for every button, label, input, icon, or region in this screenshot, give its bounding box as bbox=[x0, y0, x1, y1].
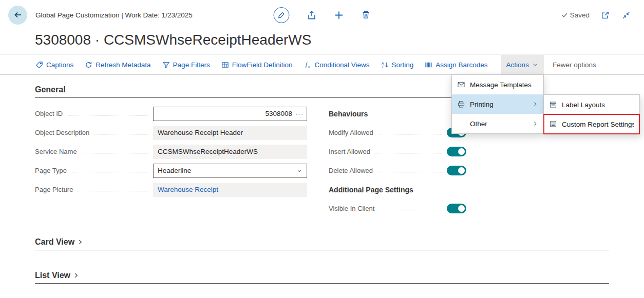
field-label: Object ID bbox=[35, 110, 63, 117]
dotted-leader bbox=[94, 134, 148, 134]
menu-item-custom-report-settings[interactable]: Custom Report Settings bbox=[544, 114, 639, 134]
assist-edit-button[interactable]: ··· bbox=[292, 110, 307, 117]
dotted-leader bbox=[68, 115, 148, 115]
minimize-button[interactable] bbox=[621, 10, 632, 21]
back-button[interactable] bbox=[8, 6, 27, 25]
menu-item-printing[interactable]: Printing Label Layouts bbox=[452, 94, 543, 114]
chevron-down-icon bbox=[532, 62, 538, 68]
service-name-value: CCSMSWhseReceiptHeaderWS bbox=[158, 148, 258, 155]
refresh-icon bbox=[85, 61, 92, 69]
section-title: List View bbox=[35, 271, 70, 280]
actions-dropdown-menu: Message Templates Printing bbox=[451, 74, 544, 134]
toolbar-flowfield-label: FlowField Definition bbox=[232, 61, 293, 69]
additional-settings-header-row: Additional Page Settings bbox=[329, 180, 466, 199]
chevron-right-icon bbox=[532, 121, 538, 127]
dotted-leader bbox=[378, 172, 442, 172]
filter-icon bbox=[162, 61, 170, 69]
fields-column: Object ID 5308008 ··· Object Description… bbox=[35, 104, 307, 218]
object-description-value: Warehouse Receipt Header bbox=[158, 129, 243, 136]
page-type-select[interactable]: Headerline bbox=[153, 164, 307, 178]
dotted-leader bbox=[82, 153, 148, 153]
object-id-value: 5308008 bbox=[158, 110, 292, 117]
message-templates-icon bbox=[457, 81, 465, 89]
trash-icon bbox=[362, 10, 371, 19]
field-row-object-description: Object Description Warehouse Receipt Hea… bbox=[35, 123, 307, 142]
chevron-right-icon bbox=[77, 239, 84, 246]
section-title: General bbox=[35, 85, 66, 94]
toggle-row-delete-allowed: Delete Allowed bbox=[329, 161, 466, 180]
header-right-actions: Saved bbox=[561, 10, 632, 21]
toggle-label: Delete Allowed bbox=[329, 167, 373, 174]
dotted-leader bbox=[380, 210, 442, 210]
pencil-icon bbox=[274, 7, 290, 23]
toolbar-refresh-label: Refresh Metadata bbox=[96, 61, 150, 69]
svg-text:Z: Z bbox=[381, 65, 383, 69]
toolbar-conditional-views[interactable]: ƒx Conditional Views bbox=[298, 55, 375, 74]
menu-item-message-templates[interactable]: Message Templates bbox=[452, 75, 543, 94]
service-name-field: CCSMSWhseReceiptHeaderWS bbox=[153, 145, 307, 159]
section-header-card-view[interactable]: Card View bbox=[35, 237, 609, 250]
check-icon bbox=[561, 12, 568, 18]
field-label: Service Name bbox=[35, 148, 77, 155]
toolbar-page-filters-label: Page Filters bbox=[173, 61, 210, 69]
toggle-row-visible-in-client: Visible In Client bbox=[329, 199, 466, 218]
object-description-field: Warehouse Receipt Header bbox=[153, 126, 307, 140]
page-picture-field: Warehouse Receipt bbox=[153, 183, 307, 197]
behaviours-title: Behaviours bbox=[329, 110, 368, 118]
sort-az-icon: AZ bbox=[381, 61, 389, 69]
printing-submenu: Label Layouts Custom Report Settings bbox=[543, 94, 640, 134]
save-status: Saved bbox=[561, 11, 590, 19]
svg-text:A: A bbox=[381, 61, 384, 65]
back-arrow-icon bbox=[13, 10, 23, 19]
add-button[interactable] bbox=[333, 9, 345, 21]
save-status-label: Saved bbox=[570, 11, 590, 19]
toolbar-refresh-metadata[interactable]: Refresh Metadata bbox=[79, 55, 156, 74]
field-label: Object Description bbox=[35, 129, 89, 136]
menu-item-label: Message Templates bbox=[470, 81, 532, 89]
toggle-label: Visible In Client bbox=[329, 205, 374, 212]
plus-icon bbox=[334, 10, 344, 20]
toolbar-flowfield-definition[interactable]: FlowField Definition bbox=[216, 55, 298, 74]
printer-icon bbox=[457, 100, 465, 108]
menu-item-label: Custom Report Settings bbox=[562, 121, 634, 128]
svg-text:x: x bbox=[308, 64, 310, 68]
page-title: 5308008 · CCSMSWhseReceiptHeaderWS bbox=[35, 32, 644, 48]
behaviours-header-row: Behaviours bbox=[329, 104, 466, 123]
delete-button[interactable] bbox=[361, 9, 372, 21]
dotted-leader bbox=[72, 172, 148, 172]
edit-button[interactable] bbox=[273, 6, 291, 24]
chevron-right-icon bbox=[72, 272, 80, 279]
dotted-leader bbox=[375, 153, 442, 153]
toolbar-fewer-options[interactable]: Fewer options bbox=[547, 55, 602, 74]
action-bar: Captions Refresh Metadata Page Filters F… bbox=[0, 54, 644, 75]
toolbar-conditional-views-label: Conditional Views bbox=[314, 61, 369, 69]
toggle-row-modify-allowed: Modify Allowed bbox=[329, 123, 466, 142]
open-in-new-window-icon bbox=[601, 11, 610, 19]
top-header: Global Page Customization | Work Date: 1… bbox=[0, 0, 644, 30]
toolbar-fewer-options-label: Fewer options bbox=[553, 61, 596, 69]
toolbar-assign-barcodes[interactable]: Assign Barcodes bbox=[419, 55, 493, 74]
insert-allowed-toggle[interactable] bbox=[447, 147, 466, 156]
toolbar-page-filters[interactable]: Page Filters bbox=[157, 55, 216, 74]
menu-item-label-layouts[interactable]: Label Layouts bbox=[544, 95, 639, 114]
share-button[interactable] bbox=[306, 9, 318, 21]
label-layouts-icon bbox=[549, 101, 557, 109]
barcode-icon bbox=[425, 61, 432, 69]
page-picture-link[interactable]: Warehouse Receipt bbox=[158, 186, 218, 193]
menu-item-label: Printing bbox=[470, 101, 494, 108]
toolbar-sorting[interactable]: AZ Sorting bbox=[375, 55, 420, 74]
section-header-list-view[interactable]: List View bbox=[35, 271, 609, 284]
menu-item-other[interactable]: Other bbox=[452, 114, 543, 133]
custom-report-settings-icon bbox=[549, 120, 557, 128]
delete-allowed-toggle[interactable] bbox=[447, 166, 466, 175]
object-id-field[interactable]: 5308008 ··· bbox=[153, 107, 307, 121]
page-type-value: Headerline bbox=[158, 167, 191, 174]
dotted-leader bbox=[78, 191, 148, 191]
breadcrumb: Global Page Customization | Work Date: 1… bbox=[35, 11, 193, 19]
toolbar-actions-menu-button[interactable]: Actions Message Templates Printing bbox=[501, 55, 544, 74]
visible-in-client-toggle[interactable] bbox=[447, 204, 466, 213]
open-in-new-window-button[interactable] bbox=[600, 10, 611, 21]
function-icon: ƒx bbox=[304, 61, 311, 69]
field-row-page-type: Page Type Headerline bbox=[35, 161, 307, 180]
toolbar-captions[interactable]: Captions bbox=[30, 55, 79, 74]
